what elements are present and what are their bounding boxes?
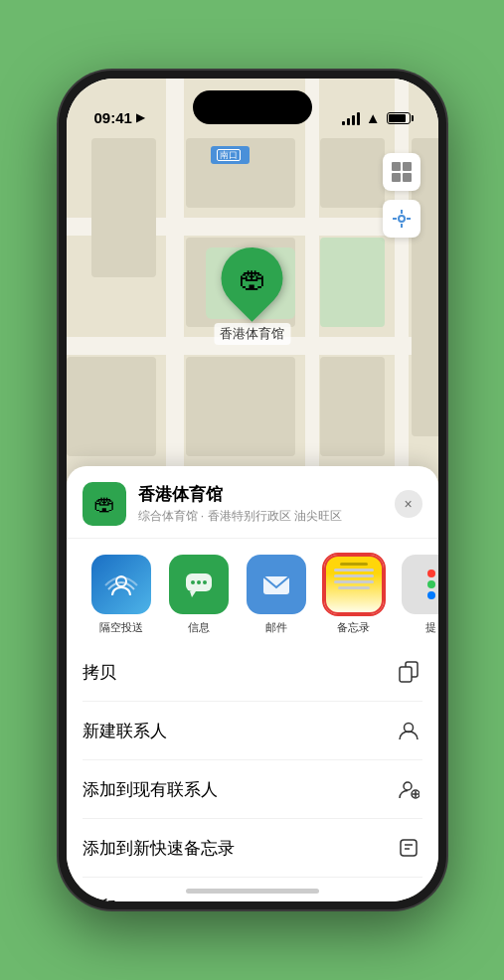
svg-rect-10 bbox=[91, 138, 156, 277]
venue-name: 香港体育馆 bbox=[138, 483, 395, 506]
print-icon bbox=[395, 893, 422, 901]
phone-screen: 09:41 ▶ ▲ bbox=[67, 79, 438, 901]
messages-label: 信息 bbox=[188, 620, 210, 635]
svg-rect-11 bbox=[67, 357, 156, 456]
new-contact-label: 新建联系人 bbox=[83, 720, 167, 742]
wifi-icon: ▲ bbox=[366, 109, 381, 126]
svg-rect-18 bbox=[392, 173, 401, 182]
airdrop-label: 隔空投送 bbox=[99, 620, 143, 635]
svg-rect-12 bbox=[186, 357, 295, 456]
svg-rect-43 bbox=[403, 900, 415, 901]
svg-rect-4 bbox=[305, 79, 319, 496]
notes-icon[interactable] bbox=[324, 555, 384, 614]
new-contact-icon bbox=[395, 717, 422, 744]
add-quick-note-label: 添加到新快速备忘录 bbox=[83, 837, 235, 860]
copy-label: 拷贝 bbox=[83, 661, 116, 684]
share-item-more[interactable]: 提 bbox=[393, 555, 438, 635]
mail-label: 邮件 bbox=[265, 620, 287, 635]
add-existing-label: 添加到现有联系人 bbox=[83, 778, 218, 801]
add-existing-icon bbox=[395, 775, 422, 803]
add-quick-note-icon bbox=[395, 834, 422, 862]
venue-info: 香港体育馆 综合体育馆 · 香港特别行政区 油尖旺区 bbox=[138, 483, 395, 525]
svg-rect-13 bbox=[320, 357, 385, 456]
phone-frame: 09:41 ▶ ▲ bbox=[59, 71, 446, 909]
venue-icon: 🏟 bbox=[83, 482, 126, 526]
svg-rect-16 bbox=[392, 162, 401, 171]
svg-point-29 bbox=[197, 580, 201, 584]
bottom-sheet: 🏟 香港体育馆 综合体育馆 · 香港特别行政区 油尖旺区 × bbox=[67, 466, 438, 901]
location-arrow-icon: ▶ bbox=[136, 111, 144, 124]
share-item-mail[interactable]: 邮件 bbox=[238, 555, 315, 635]
svg-rect-3 bbox=[166, 79, 184, 496]
svg-rect-9 bbox=[320, 238, 385, 327]
mail-icon[interactable] bbox=[247, 555, 306, 614]
action-copy[interactable]: 拷贝 bbox=[83, 643, 422, 702]
time-label: 09:41 bbox=[94, 109, 132, 126]
share-item-notes[interactable]: 备忘录 bbox=[315, 555, 393, 635]
action-add-existing-contact[interactable]: 添加到现有联系人 bbox=[83, 760, 422, 819]
svg-point-35 bbox=[404, 782, 412, 790]
svg-point-34 bbox=[404, 724, 413, 733]
more-label: 提 bbox=[425, 620, 436, 635]
svg-rect-39 bbox=[401, 840, 417, 856]
stadium-pin[interactable]: 🏟 香港体育馆 bbox=[214, 247, 290, 345]
dynamic-island bbox=[193, 90, 312, 124]
share-item-airdrop[interactable]: 隔空投送 bbox=[83, 555, 160, 635]
svg-marker-27 bbox=[190, 591, 196, 597]
notes-label: 备忘录 bbox=[337, 620, 370, 635]
svg-rect-19 bbox=[403, 173, 412, 182]
status-icons: ▲ bbox=[342, 109, 411, 126]
share-item-messages[interactable]: 信息 bbox=[160, 555, 238, 635]
venue-subtitle: 综合体育馆 · 香港特别行政区 油尖旺区 bbox=[138, 508, 395, 525]
svg-rect-33 bbox=[400, 667, 412, 682]
svg-rect-8 bbox=[320, 138, 385, 208]
svg-point-30 bbox=[203, 580, 207, 584]
action-new-contact[interactable]: 新建联系人 bbox=[83, 702, 422, 760]
home-indicator bbox=[186, 889, 319, 894]
action-add-quick-note[interactable]: 添加到新快速备忘录 bbox=[83, 819, 422, 878]
close-button[interactable]: × bbox=[395, 490, 422, 518]
share-row: 隔空投送 信息 bbox=[67, 539, 438, 643]
status-time: 09:41 ▶ bbox=[94, 109, 144, 126]
airdrop-icon[interactable] bbox=[91, 555, 151, 614]
signal-icon bbox=[342, 111, 360, 125]
map-north-gate-label: 南口 bbox=[211, 146, 250, 164]
map-type-button[interactable] bbox=[383, 153, 420, 191]
venue-pin-label: 香港体育馆 bbox=[214, 323, 290, 345]
svg-rect-5 bbox=[395, 79, 409, 496]
more-icon[interactable] bbox=[402, 555, 438, 614]
svg-point-28 bbox=[191, 580, 195, 584]
map-area[interactable]: 南口 bbox=[67, 79, 438, 496]
print-label: 打印 bbox=[83, 896, 116, 902]
map-controls[interactable] bbox=[383, 153, 420, 238]
svg-point-20 bbox=[399, 216, 405, 222]
messages-icon[interactable] bbox=[169, 555, 229, 614]
copy-icon bbox=[395, 658, 422, 686]
sheet-header: 🏟 香港体育馆 综合体育馆 · 香港特别行政区 油尖旺区 × bbox=[67, 466, 438, 539]
svg-rect-17 bbox=[403, 162, 412, 171]
battery-icon bbox=[387, 112, 411, 124]
location-button[interactable] bbox=[383, 200, 420, 238]
action-list: 拷贝 新建联系人 bbox=[67, 643, 438, 901]
